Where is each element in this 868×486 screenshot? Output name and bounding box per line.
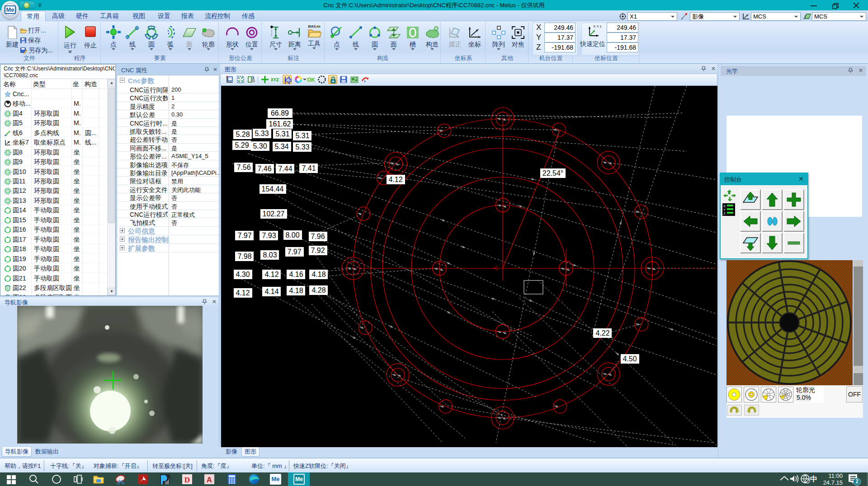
svg-text:OK: OK bbox=[307, 77, 315, 83]
svg-text:4.12: 4.12 bbox=[388, 176, 402, 183]
svg-text:4.22: 4.22 bbox=[595, 329, 609, 337]
svg-text:A: A bbox=[207, 476, 212, 484]
svg-text:7.46: 7.46 bbox=[257, 165, 271, 173]
svg-text:BIAS.ini: BIAS.ini bbox=[308, 25, 321, 28]
svg-text:8.03: 8.03 bbox=[263, 251, 277, 259]
svg-text:66.89: 66.89 bbox=[271, 109, 289, 117]
svg-text:5.29: 5.29 bbox=[235, 141, 249, 149]
svg-text:5.30: 5.30 bbox=[253, 142, 267, 150]
svg-text:5.28: 5.28 bbox=[236, 131, 250, 138]
svg-text:5.33: 5.33 bbox=[295, 143, 309, 151]
svg-text:8.00: 8.00 bbox=[285, 231, 299, 239]
svg-text:5.31: 5.31 bbox=[295, 132, 309, 140]
svg-text:4.12: 4.12 bbox=[264, 271, 278, 278]
svg-text:4.28: 4.28 bbox=[311, 286, 326, 294]
svg-text:7.56: 7.56 bbox=[236, 164, 250, 171]
svg-text:D: D bbox=[184, 476, 190, 484]
svg-text:7.98: 7.98 bbox=[237, 252, 251, 260]
svg-text:4.18: 4.18 bbox=[289, 287, 303, 294]
svg-text:7.97: 7.97 bbox=[237, 232, 251, 239]
svg-text:7.44: 7.44 bbox=[278, 165, 292, 173]
svg-text:7.96: 7.96 bbox=[311, 233, 325, 240]
svg-text:161.62: 161.62 bbox=[269, 120, 291, 128]
svg-text:5.34: 5.34 bbox=[274, 143, 288, 150]
svg-text:X Y Z: X Y Z bbox=[593, 24, 601, 28]
svg-text:4.30: 4.30 bbox=[236, 271, 250, 278]
svg-text:7.41: 7.41 bbox=[302, 164, 316, 172]
svg-text:5.33: 5.33 bbox=[255, 130, 269, 137]
svg-text:102.27: 102.27 bbox=[263, 210, 285, 218]
svg-text:7.92: 7.92 bbox=[311, 247, 325, 254]
svg-text:XYZ: XYZ bbox=[271, 78, 279, 83]
svg-text:4.14: 4.14 bbox=[264, 288, 278, 295]
svg-text:5.31: 5.31 bbox=[275, 130, 289, 138]
svg-text:Z: Z bbox=[723, 211, 726, 215]
svg-text:4.16: 4.16 bbox=[289, 271, 303, 278]
svg-text:4.18: 4.18 bbox=[311, 271, 326, 278]
svg-text:7.97: 7.97 bbox=[287, 248, 301, 256]
svg-text:22.54°: 22.54° bbox=[542, 169, 563, 177]
svg-text:154.44: 154.44 bbox=[262, 185, 284, 193]
svg-text:4.50: 4.50 bbox=[623, 355, 637, 363]
svg-text:7.93: 7.93 bbox=[262, 232, 276, 239]
svg-text:4.12: 4.12 bbox=[236, 289, 250, 297]
